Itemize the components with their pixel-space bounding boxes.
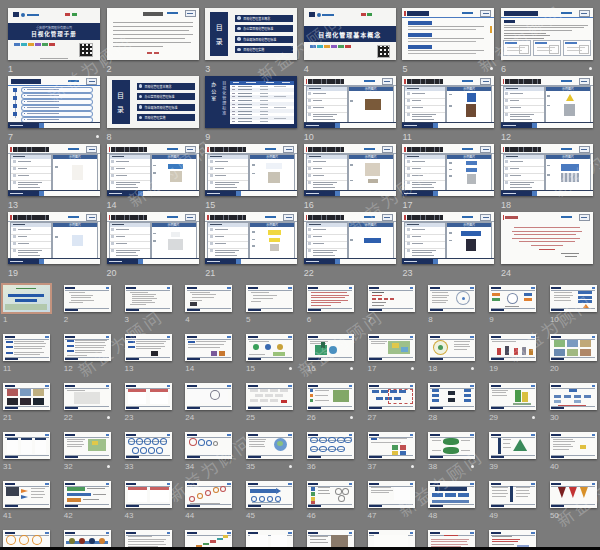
slide-thumbnail[interactable] — [3, 383, 50, 410]
slide-thumbnail[interactable] — [64, 285, 111, 312]
slide-thumbnail[interactable] — [428, 432, 475, 459]
mini-text-line — [432, 295, 449, 296]
slide-thumbnail[interactable] — [64, 334, 111, 361]
slide-thumbnail[interactable] — [246, 432, 293, 459]
slide-thumbnail[interactable] — [125, 383, 172, 410]
slide-thumbnail[interactable] — [64, 383, 111, 410]
slide-thumbnail[interactable] — [489, 481, 536, 508]
mini-logo-chip — [349, 385, 353, 387]
slide-thumbnail[interactable] — [489, 383, 536, 410]
row-divider — [504, 98, 544, 99]
slide-thumbnail[interactable] — [307, 334, 354, 361]
slide-thumbnail[interactable] — [428, 481, 475, 508]
slide-thumbnail[interactable]: 示例图片 — [501, 144, 593, 196]
slide-thumbnail[interactable] — [368, 285, 415, 312]
slide-caption: 25 — [246, 412, 293, 422]
slide-thumbnail[interactable] — [125, 334, 172, 361]
slide-thumbnail[interactable] — [246, 334, 293, 361]
slide-thumbnail[interactable]: 目视化管理基本概念 — [304, 8, 396, 60]
slide-thumbnail[interactable]: 示例图片 — [107, 212, 199, 264]
slide-thumbnail[interactable] — [8, 76, 100, 128]
slide-thumbnail[interactable] — [307, 285, 354, 312]
body-text-line — [504, 25, 588, 26]
mini-text-line — [371, 490, 393, 491]
slide-thumbnail[interactable]: 示例图片 — [304, 76, 396, 128]
slide-thumbnail[interactable] — [246, 285, 293, 312]
slide-thumbnail[interactable]: 示例图片 — [107, 144, 199, 196]
mini-footer-bar — [126, 309, 139, 311]
slide-thumbnail[interactable]: 示例图片 — [205, 144, 297, 196]
slide-thumbnail[interactable]: 示例图片 — [402, 212, 494, 264]
slide-thumbnail[interactable] — [550, 383, 597, 410]
slide-thumbnail[interactable] — [307, 481, 354, 508]
row-divider — [110, 180, 150, 181]
slide-thumbnail[interactable] — [3, 285, 50, 312]
slide-number: 17 — [402, 200, 412, 210]
slide-thumbnail[interactable] — [402, 8, 494, 60]
slide-thumbnail[interactable] — [368, 334, 415, 361]
slide-thumbnail[interactable] — [501, 8, 593, 60]
slide-thumbnail[interactable] — [550, 481, 597, 508]
slide-thumbnail[interactable] — [64, 432, 111, 459]
header-rule — [205, 153, 297, 154]
slide-thumbnail[interactable] — [501, 212, 593, 264]
figure-box — [504, 41, 530, 55]
slide-thumbnail[interactable] — [125, 481, 172, 508]
slide-thumbnail[interactable] — [307, 432, 354, 459]
slide-thumbnail[interactable] — [107, 8, 199, 60]
slide-thumbnail[interactable] — [307, 383, 354, 410]
slide-thumbnail[interactable] — [246, 481, 293, 508]
title-tick — [109, 215, 111, 220]
slide-thumbnail[interactable] — [489, 432, 536, 459]
slide-thumbnail[interactable]: 示例图片 — [501, 76, 593, 128]
slide-thumbnail[interactable] — [125, 285, 172, 312]
slide-thumbnail[interactable] — [64, 481, 111, 508]
slide-number: 21 — [3, 413, 12, 422]
slide-thumbnail[interactable]: 目录目视化管理基本概念办公室目视化管理标准作业现场目视化管理标准目视化管理实施 — [205, 8, 297, 60]
slide-thumbnail[interactable] — [489, 334, 536, 361]
slide-thumbnail[interactable] — [185, 432, 232, 459]
slide-thumbnail[interactable] — [3, 432, 50, 459]
thumb-art-blob — [128, 487, 147, 490]
row-divider — [307, 248, 347, 249]
slide-thumbnail[interactable] — [368, 432, 415, 459]
slide-thumbnail[interactable] — [185, 285, 232, 312]
slide-thumbnail[interactable] — [550, 334, 597, 361]
thumb-art-blob — [580, 349, 591, 356]
slide-thumbnail[interactable]: 示例图片 — [8, 144, 100, 196]
slide-thumbnail[interactable]: 重庆燃气集团股份有限公司目视化管理手册 — [8, 8, 100, 60]
slide-thumbnail[interactable] — [3, 481, 50, 508]
mini-footer-bar — [187, 358, 200, 360]
slide-thumbnail[interactable]: 示例图片 — [402, 76, 494, 128]
slide-thumbnail[interactable]: 示例图片 — [205, 212, 297, 264]
slide-thumbnail[interactable] — [368, 383, 415, 410]
slide-thumbnail[interactable] — [185, 334, 232, 361]
slide-thumbnail[interactable] — [185, 481, 232, 508]
slide-thumbnail[interactable]: 示例图片 — [402, 144, 494, 196]
slide-thumbnail[interactable] — [428, 334, 475, 361]
slide-number: 15 — [246, 364, 255, 373]
slide-thumbnail[interactable] — [246, 383, 293, 410]
slide-thumbnail[interactable] — [428, 383, 475, 410]
slide-thumbnail[interactable]: 目录目视化管理基本概念办公室目视化管理标准作业现场目视化管理标准目视化管理实施 — [107, 76, 199, 128]
slide-thumbnail[interactable] — [550, 432, 597, 459]
mini-footer-bar — [248, 456, 261, 458]
slide-thumbnail[interactable] — [428, 285, 475, 312]
mini-footer-bar — [308, 505, 321, 507]
slide-thumbnail[interactable] — [489, 285, 536, 312]
slide-thumbnail[interactable]: 示例图片 — [8, 212, 100, 264]
row-icon — [407, 106, 410, 109]
slide-thumbnail[interactable] — [125, 432, 172, 459]
mini-header-rule — [126, 339, 170, 340]
table-cell-dash — [260, 107, 268, 108]
row-divider — [405, 241, 445, 242]
slide-thumbnail[interactable] — [3, 334, 50, 361]
slide-thumbnail[interactable] — [185, 383, 232, 410]
slide-thumbnail[interactable]: 示例图片 — [304, 144, 396, 196]
footer-bar — [402, 191, 433, 196]
slide-thumbnail[interactable]: 示例图片 — [304, 212, 396, 264]
slide-thumbnail[interactable]: 办公室目视化管理标准 — [205, 76, 297, 128]
photo-label-dash — [252, 231, 255, 233]
slide-thumbnail[interactable] — [550, 285, 597, 312]
slide-thumbnail[interactable] — [368, 481, 415, 508]
